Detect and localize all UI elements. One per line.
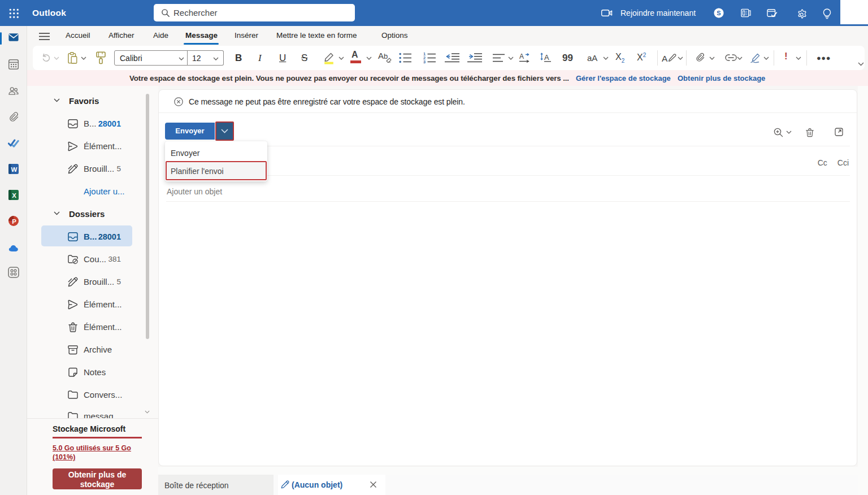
svg-text:S: S [717, 10, 721, 16]
svg-text:P: P [12, 218, 16, 225]
svg-text:W: W [11, 166, 18, 173]
svg-text:3: 3 [423, 59, 426, 63]
svg-text:A: A [519, 53, 524, 60]
svg-text:A: A [662, 54, 668, 63]
svg-text:X: X [12, 192, 16, 199]
svg-text:A: A [544, 53, 549, 62]
